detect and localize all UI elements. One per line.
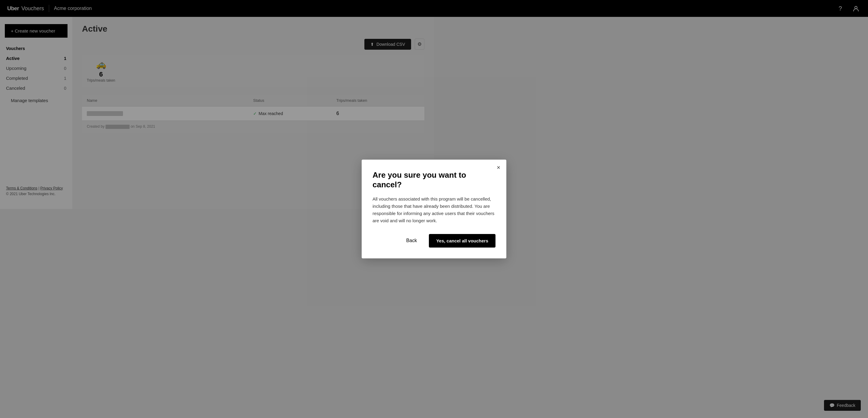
- modal-dialog: × Are you sure you want to cancel? All v…: [362, 160, 434, 209]
- modal-title: Are you sure you want to cancel?: [373, 170, 434, 189]
- modal-overlay[interactable]: × Are you sure you want to cancel? All v…: [0, 0, 434, 209]
- modal-body: All vouchers associated with this progra…: [373, 195, 434, 209]
